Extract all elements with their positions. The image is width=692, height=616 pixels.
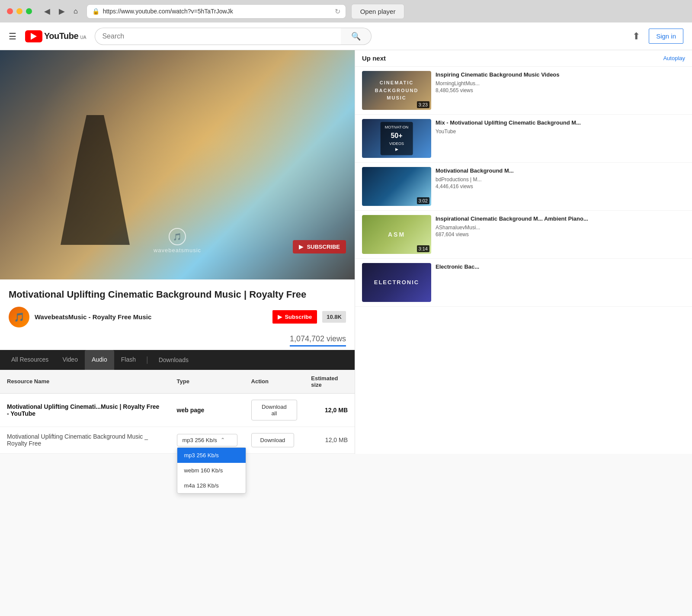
col-type: Type xyxy=(170,370,244,394)
video-play-icon: ▶ xyxy=(299,244,303,250)
sidebar-channel-3: bdProductions | M... xyxy=(436,176,685,183)
subscriber-count: 10.8K xyxy=(322,311,346,323)
sidebar-thumb-badge-2: MOTIVATION50+VIDEOS▶ xyxy=(381,122,413,155)
sidebar-video-info-5: Electronic Bac... xyxy=(436,263,685,302)
search-input[interactable] xyxy=(95,28,341,45)
sidebar: Up next Autoplay CINEMATICBACKGROUND MUS… xyxy=(355,50,692,454)
wavebeats-logo: 🎵 wavebeatsmusic xyxy=(154,228,201,253)
youtube-logo[interactable]: YouTube UA xyxy=(25,30,86,42)
sidebar-video-info-2: Mix - Motivational Uplifting Cinematic B… xyxy=(436,119,685,158)
download-all-button[interactable]: Download all xyxy=(251,400,298,420)
format-option-mp3[interactable]: mp3 256 Kb/s xyxy=(177,448,246,463)
sidebar-video-info-3: Motivational Background M... bdProductio… xyxy=(436,167,685,206)
table-body: Motivational Uplifting Cinemati...Music … xyxy=(0,393,355,453)
wavebeats-text: wavebeatsmusic xyxy=(154,247,201,253)
row1-action: Download all xyxy=(244,393,304,427)
resource-table: Resource Name Type Action Estimated size… xyxy=(0,370,355,454)
row2-type: mp3 256 Kb/s ⌃ mp3 256 Kb/s webm 160 Kb/… xyxy=(170,427,244,453)
sidebar-duration-4: 3:14 xyxy=(417,245,429,252)
forward-button[interactable]: ▶ xyxy=(55,5,68,18)
sidebar-video-1[interactable]: CINEMATICBACKGROUND MUSIC 3:23 Inspiring… xyxy=(355,67,692,115)
video-player[interactable]: 🎵 wavebeatsmusic ▶ SUBSCRIBE xyxy=(0,50,355,279)
tab-divider: | xyxy=(143,355,152,364)
sidebar-header: Up next Autoplay xyxy=(355,50,692,67)
header-actions: ⬆ Sign in xyxy=(632,29,683,44)
channel-row: 🎵 WavebeatsMusic - Royalty Free Music ▶ … xyxy=(9,307,346,327)
tab-downloads[interactable]: Downloads xyxy=(152,350,195,369)
format-option-m4a[interactable]: m4a 128 Kb/s xyxy=(177,478,246,493)
upload-icon[interactable]: ⬆ xyxy=(632,31,640,42)
row1-size: 12,0 MB xyxy=(304,393,355,427)
tab-flash[interactable]: Flash xyxy=(114,350,143,370)
sidebar-thumb-badge-4: ASM xyxy=(388,230,405,239)
menu-icon[interactable]: ☰ xyxy=(9,31,16,42)
sidebar-video-3[interactable]: 3:02 Motivational Background M... bdProd… xyxy=(355,163,692,211)
channel-avatar-icon: 🎵 xyxy=(14,312,25,322)
row2-name: Motivational Uplifting Cinematic Backgro… xyxy=(0,427,170,453)
up-next-label: Up next xyxy=(362,55,386,62)
search-container: 🔍 xyxy=(95,28,372,45)
open-player-button[interactable]: Open player xyxy=(351,4,405,19)
table-row: Motivational Uplifting Cinemati...Music … xyxy=(0,393,355,427)
sidebar-thumb-2: MOTIVATION50+VIDEOS▶ xyxy=(362,119,431,158)
tab-audio[interactable]: Audio xyxy=(85,350,114,370)
row2-action: Download xyxy=(244,427,304,453)
sidebar-video-title-4: Inspirational Cinematic Background M... … xyxy=(436,215,685,223)
address-bar[interactable]: 🔒 https://www.youtube.com/watch?v=5hTaTr… xyxy=(86,4,346,19)
sidebar-thumb-1: CINEMATICBACKGROUND MUSIC 3:23 xyxy=(362,71,431,110)
play-triangle-icon xyxy=(31,33,37,40)
maximize-button[interactable] xyxy=(26,8,32,14)
youtube-logo-text: YouTube xyxy=(44,31,78,41)
main-content: 🎵 wavebeatsmusic ▶ SUBSCRIBE Motivationa… xyxy=(0,50,692,454)
video-info: Motivational Uplifting Cinematic Backgro… xyxy=(0,279,355,350)
youtube-header: ☰ YouTube UA 🔍 ⬆ Sign in xyxy=(0,22,692,50)
sidebar-thumb-badge-5: ELECTRONIC xyxy=(374,278,420,287)
nav-buttons: ◀ ▶ ⌂ xyxy=(41,5,81,18)
format-option-webm[interactable]: webm 160 Kb/s xyxy=(177,463,246,478)
sidebar-video-4[interactable]: ASM 3:14 Inspirational Cinematic Backgro… xyxy=(355,211,692,259)
chevron-down-icon: ⌃ xyxy=(221,437,225,443)
format-display[interactable]: mp3 256 Kb/s ⌃ xyxy=(177,434,237,446)
channel-info: WavebeatsMusic - Royalty Free Music xyxy=(35,313,267,321)
sidebar-video-info-4: Inspirational Cinematic Background M... … xyxy=(436,215,685,254)
row1-name: Motivational Uplifting Cinemati...Music … xyxy=(0,393,170,427)
row2-size: 12,0 MB xyxy=(304,427,355,453)
traffic-lights xyxy=(7,8,32,14)
close-button[interactable] xyxy=(7,8,13,14)
channel-name: WavebeatsMusic - Royalty Free Music xyxy=(35,313,267,321)
table-header: Resource Name Type Action Estimated size xyxy=(0,370,355,394)
col-resource-name: Resource Name xyxy=(0,370,170,394)
home-button[interactable]: ⌂ xyxy=(70,5,81,18)
youtube-country: UA xyxy=(80,35,86,40)
sidebar-duration-3: 3:02 xyxy=(417,197,429,204)
minimize-button[interactable] xyxy=(16,8,22,14)
reload-button[interactable]: ↻ xyxy=(335,7,340,16)
sidebar-video-title-1: Inspiring Cinematic Background Music Vid… xyxy=(436,71,685,79)
sidebar-thumb-3: 3:02 xyxy=(362,167,431,206)
sign-in-button[interactable]: Sign in xyxy=(649,29,683,44)
views-count: 1,074,702 views xyxy=(290,334,346,346)
sidebar-video-title-3: Motivational Background M... xyxy=(436,167,685,175)
back-button[interactable]: ◀ xyxy=(41,5,54,18)
logo-text-wrapper: YouTube UA xyxy=(44,31,86,41)
subscribe-play-icon: ▶ xyxy=(278,314,282,320)
autoplay-label[interactable]: Autoplay xyxy=(663,55,685,61)
browser-chrome: ◀ ▶ ⌂ 🔒 https://www.youtube.com/watch?v=… xyxy=(0,0,692,22)
format-selector[interactable]: mp3 256 Kb/s ⌃ mp3 256 Kb/s webm 160 Kb/… xyxy=(177,434,237,446)
sidebar-video-info-1: Inspiring Cinematic Background Music Vid… xyxy=(436,71,685,110)
sidebar-video-5[interactable]: ELECTRONIC Electronic Bac... xyxy=(355,259,692,307)
col-action: Action xyxy=(244,370,304,394)
title-bar: ◀ ▶ ⌂ 🔒 https://www.youtube.com/watch?v=… xyxy=(0,0,692,22)
format-dropdown: mp3 256 Kb/s webm 160 Kb/s m4a 128 Kb/s xyxy=(177,447,246,494)
video-subscribe-overlay[interactable]: ▶ SUBSCRIBE xyxy=(293,240,346,253)
tab-all-resources[interactable]: All Resources xyxy=(4,350,55,370)
search-button[interactable]: 🔍 xyxy=(341,28,372,45)
lock-icon: 🔒 xyxy=(92,8,99,15)
sidebar-video-title-5: Electronic Bac... xyxy=(436,263,685,271)
sidebar-thumb-badge-1: CINEMATICBACKGROUND MUSIC xyxy=(375,79,419,102)
sidebar-channel-1: MorningLightMus... xyxy=(436,80,685,87)
sidebar-video-2[interactable]: MOTIVATION50+VIDEOS▶ Mix - Motivational … xyxy=(355,115,692,163)
tab-video[interactable]: Video xyxy=(55,350,85,370)
download-button[interactable]: Download xyxy=(251,433,295,447)
subscribe-button[interactable]: ▶ Subscribe xyxy=(272,310,317,324)
